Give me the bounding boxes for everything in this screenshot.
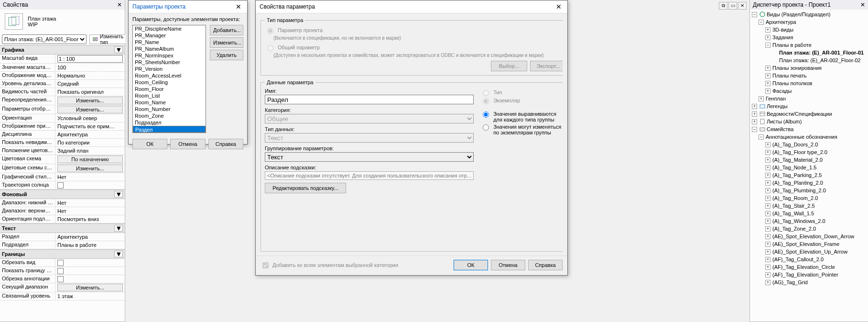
param-list-item[interactable]: Room_Name	[133, 99, 206, 106]
tree-node[interactable]: +(AE)_Spot_Elevation_Down_Arrow	[752, 233, 868, 240]
change-type-button[interactable]: Изменить тип	[89, 34, 129, 44]
tree-node[interactable]: +Задания	[752, 33, 868, 41]
tree-expander-icon[interactable]: −	[759, 134, 764, 140]
tree-expander-icon[interactable]: +	[765, 157, 770, 163]
tree-node[interactable]: +Ведомости/Спецификации	[752, 110, 868, 118]
tree-expander-icon[interactable]: −	[752, 127, 757, 132]
prop-value[interactable]: Изменить...	[55, 105, 125, 114]
tree-node[interactable]: −Планы в работе	[752, 41, 868, 49]
tree-node[interactable]: +Легенды	[752, 102, 868, 110]
tree-node[interactable]: −Виды (Раздел/Подраздел)	[752, 11, 868, 18]
ws-tool-2[interactable]: ▭	[728, 2, 737, 10]
tree-node[interactable]: +(A)_Tag_Parking_2.5	[752, 171, 868, 179]
project-tree[interactable]: −Виды (Раздел/Подраздел)−Архитектура+3D-…	[750, 10, 868, 322]
tree-expander-icon[interactable]: +	[752, 119, 757, 124]
ws-tool-3[interactable]: ✕	[738, 2, 747, 10]
prop-value[interactable]: Архитектура	[55, 233, 125, 241]
tree-node[interactable]: +(A)_Tag_Room_2.0	[752, 194, 868, 202]
tree-node[interactable]: +(AF)_Tag_Callout_2.0	[752, 255, 868, 263]
param-list-item[interactable]: PR_Name	[133, 39, 206, 45]
radio-values-vary[interactable]	[483, 124, 489, 131]
tree-node[interactable]: +(AF)_Tag_Elevation_Pointer	[752, 271, 868, 278]
properties-close-icon[interactable]: ✕	[117, 1, 122, 8]
prop-group-header[interactable]: Фоновый⯆	[0, 189, 125, 199]
tree-node[interactable]: +(A)_Tag_Material_2.0	[752, 156, 868, 164]
prop-value[interactable]	[55, 275, 125, 283]
prop-value[interactable]: Задний план	[55, 147, 125, 155]
tree-expander-icon[interactable]: +	[765, 81, 770, 86]
tree-expander-icon[interactable]: +	[765, 234, 770, 239]
ws-tool-1[interactable]: ⧉	[719, 2, 727, 10]
tree-node[interactable]: +3D-виды	[752, 26, 868, 33]
prop-value[interactable]: Нет	[55, 173, 125, 181]
tree-expander-icon[interactable]: +	[765, 211, 770, 216]
select-shared-button[interactable]: Выбор...	[491, 61, 527, 71]
export-shared-button[interactable]: Экспорт...	[530, 61, 563, 71]
prop-value[interactable]: Показать оригинал	[55, 88, 125, 96]
tree-expander-icon[interactable]: −	[759, 20, 764, 25]
tree-node[interactable]: +(A)_Tag_Doors_2.0	[752, 141, 868, 148]
tree-expander-icon[interactable]: +	[752, 111, 757, 117]
tree-expander-icon[interactable]: +	[759, 96, 764, 101]
prop-value[interactable]: Изменить...	[55, 164, 125, 173]
radio-values-align[interactable]	[483, 111, 489, 118]
prop-value[interactable]	[55, 267, 125, 275]
dlg-params-cancel[interactable]: Отмена	[170, 139, 205, 149]
prop-value[interactable]: Архитектура	[55, 131, 125, 138]
param-list-item[interactable]: PR_DisciplineName	[133, 25, 206, 32]
tree-node[interactable]: +Планы потолков	[752, 79, 868, 87]
view-selector[interactable]: План этажа: (E)_AR-001_Floor	[2, 34, 87, 44]
tree-expander-icon[interactable]: +	[765, 196, 770, 201]
tree-node[interactable]: +Генплан	[752, 95, 868, 102]
browser-close-icon[interactable]: ✕	[860, 1, 865, 8]
add-param-button[interactable]: Добавить...	[210, 25, 243, 35]
edit-tooltip-button[interactable]: Редактировать подсказку...	[265, 183, 346, 193]
prop-value[interactable]: Нет	[55, 199, 125, 207]
prop-value[interactable]: Изменить...	[55, 96, 125, 105]
param-name-input[interactable]	[265, 95, 474, 104]
tree-expander-icon[interactable]: +	[765, 165, 770, 170]
tree-node[interactable]: +(AF)_Tag_Elevation_Circle	[752, 263, 868, 271]
tree-expander-icon[interactable]: +	[765, 203, 770, 209]
tree-node[interactable]: +(A)_Tag_Plumbing_2.0	[752, 187, 868, 194]
tree-expander-icon[interactable]: +	[765, 226, 770, 232]
tree-expander-icon[interactable]: +	[765, 257, 770, 262]
tree-expander-icon[interactable]: +	[765, 35, 770, 40]
dlg-params-ok[interactable]: ОК	[132, 139, 167, 149]
prop-value[interactable]: 100	[55, 64, 125, 71]
tree-expander-icon[interactable]: +	[765, 180, 770, 186]
tree-node[interactable]: План этажа: (E)_AR-002_Floor-02	[752, 56, 868, 64]
tree-expander-icon[interactable]: +	[752, 104, 757, 109]
prop-group-header[interactable]: Графика⯆	[0, 45, 125, 55]
prop-value[interactable]	[55, 181, 125, 189]
tree-expander-icon[interactable]: +	[765, 188, 770, 193]
tree-expander-icon[interactable]: +	[765, 280, 770, 285]
dlg-pprop-help[interactable]: Справка	[528, 260, 563, 270]
param-list-item[interactable]: Room_Number	[133, 106, 206, 112]
tree-node[interactable]: +Листы (Album)	[752, 118, 868, 125]
dlg-pprop-close[interactable]: ✕	[554, 3, 564, 11]
prop-value[interactable]: 1 : 100	[55, 55, 125, 63]
prop-value[interactable]: Изменить...	[55, 283, 125, 292]
prop-value[interactable]	[55, 259, 125, 266]
tree-expander-icon[interactable]: +	[765, 173, 770, 178]
tree-expander-icon[interactable]: +	[765, 89, 770, 94]
add-to-all-checkbox[interactable]: Добавить ко всем элементам выбранной кат…	[260, 261, 398, 270]
tree-expander-icon[interactable]: +	[765, 66, 770, 71]
tree-node[interactable]: +Планы зонирования	[752, 64, 868, 72]
tree-node[interactable]: +(A)_Tag_Wall_1.5	[752, 210, 868, 217]
dlg-params-close[interactable]: ✕	[234, 3, 243, 11]
modify-param-button[interactable]: Изменить...	[210, 37, 243, 48]
param-list-item[interactable]: Room_AccessLevel	[133, 72, 206, 79]
tree-expander-icon[interactable]: +	[765, 150, 770, 155]
tree-expander-icon[interactable]: +	[765, 272, 770, 278]
param-list-item[interactable]: PR_NormInspex	[133, 52, 206, 59]
tree-node[interactable]: +(A)_Tag_Floor type_2.0	[752, 148, 868, 156]
tree-node[interactable]: +(A)_Tag_Planting_2.0	[752, 179, 868, 187]
parameter-list[interactable]: PR_DisciplineNamePR_ManagerPR_NamePR_Nam…	[132, 25, 206, 133]
tree-node[interactable]: +Фасады	[752, 87, 868, 95]
tree-node[interactable]: +(A)_Tag_Windows_2.0	[752, 217, 868, 225]
dlg-pprop-ok[interactable]: ОК	[454, 260, 488, 270]
tree-node[interactable]: +(AE)_Spot_Elevation_Frame	[752, 240, 868, 248]
delete-param-button[interactable]: Удалить	[210, 50, 243, 60]
